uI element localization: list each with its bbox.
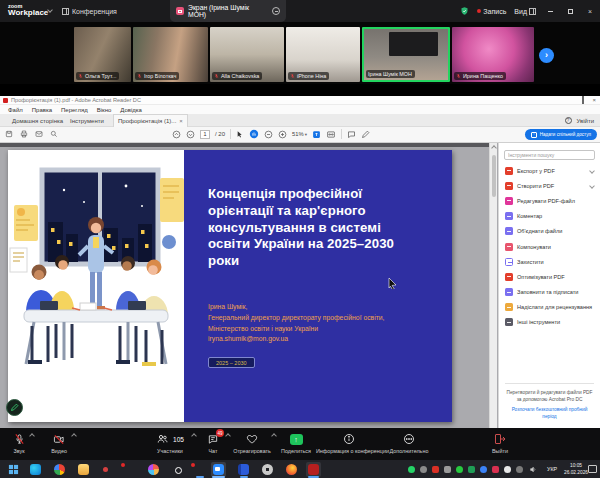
page-down-icon[interactable] <box>186 130 195 139</box>
email-icon[interactable] <box>35 130 43 138</box>
menu-edit[interactable]: Правка <box>32 107 52 113</box>
notification-center-icon[interactable] <box>588 465 597 473</box>
zoom-in-icon[interactable] <box>278 130 287 139</box>
menu-help[interactable]: Довідка <box>120 107 142 113</box>
settings-gear-icon[interactable] <box>262 464 273 475</box>
tray-youtube-icon[interactable] <box>432 466 439 473</box>
minimize-button[interactable] <box>544 8 556 15</box>
close-button[interactable]: × <box>584 8 596 15</box>
zoom-app-tile[interactable] <box>211 462 226 477</box>
page-up-icon[interactable] <box>172 130 181 139</box>
view-button[interactable]: Вид <box>514 8 536 15</box>
help-icon[interactable]: ? <box>565 117 572 124</box>
reactions-button[interactable]: Отреагировать <box>228 432 276 454</box>
tab-meeting[interactable]: Конференция <box>62 0 117 22</box>
menu-window[interactable]: Вікно <box>97 107 112 113</box>
tray-skype-icon[interactable] <box>516 466 523 473</box>
video-button[interactable]: Видео <box>42 432 76 454</box>
tool-fill-sign[interactable]: Заповнити та підписати <box>499 285 600 300</box>
tool-send-for-review[interactable]: Надіслати для рецензування <box>499 300 600 315</box>
search-icon[interactable] <box>50 130 58 138</box>
tool-protect[interactable]: Захистити <box>499 254 600 269</box>
zoom-level-select[interactable]: 51% ▾ <box>292 131 307 137</box>
acrobat-close-button[interactable]: × <box>592 97 596 103</box>
participant-tile[interactable]: Alla Chaikovska <box>210 27 284 82</box>
tab-home[interactable]: Домашня сторінка <box>8 114 67 127</box>
tray-whatsapp-icon[interactable] <box>408 466 415 473</box>
acrobat-app-tile[interactable] <box>306 462 321 477</box>
tool-combine-files[interactable]: Об'єднати файли <box>499 224 600 239</box>
edge-icon[interactable] <box>30 464 41 475</box>
zoom-out-icon[interactable] <box>264 130 273 139</box>
security-shield-icon[interactable] <box>460 6 469 16</box>
select-tool-icon[interactable] <box>236 130 244 139</box>
video-options-chevron[interactable] <box>71 433 77 439</box>
vertical-scrollbar[interactable] <box>489 143 497 428</box>
reactions-options-chevron[interactable] <box>271 433 277 439</box>
comment-icon[interactable] <box>347 130 356 139</box>
chevron-down-icon[interactable] <box>589 168 595 174</box>
tools-search-input[interactable] <box>504 150 595 160</box>
photos-icon[interactable] <box>148 464 159 475</box>
language-indicator[interactable]: УКР <box>547 466 557 472</box>
audio-options-chevron[interactable] <box>29 433 35 439</box>
participant-tile[interactable]: iPhone Ніна <box>286 27 360 82</box>
participants-button[interactable]: 105 Участники <box>144 432 196 454</box>
free-trial-link[interactable]: Розпочати безкоштовний пробний період <box>505 406 594 420</box>
tab-tools[interactable]: Інструменти <box>66 114 108 127</box>
acrobat-maximize-button[interactable] <box>582 97 584 103</box>
participant-tile[interactable]: Ігор Білоткач <box>133 27 208 82</box>
tab-screen-share[interactable]: Экран (Ірина Шумік МОН) <box>170 0 286 22</box>
next-participants-button[interactable]: › <box>539 48 554 63</box>
chat-button[interactable]: 49 Чат <box>196 432 230 454</box>
tool-more-tools[interactable]: Інші інструменти <box>499 315 600 330</box>
fit-width-icon[interactable] <box>326 130 336 139</box>
scroll-up-icon[interactable] <box>491 145 497 151</box>
share-screen-button[interactable]: ↑ Поделиться <box>278 432 314 454</box>
tool-create-pdf[interactable]: Створити PDF <box>499 178 600 193</box>
collapse-tab-icon[interactable] <box>272 7 280 15</box>
page-number-input[interactable]: 1 <box>200 130 210 139</box>
word-icon[interactable] <box>238 464 249 475</box>
participant-tile-active-speaker[interactable]: Ірина Шумік МОН <box>362 27 450 82</box>
leave-meeting-button[interactable]: Выйти <box>478 432 522 454</box>
save-icon[interactable] <box>5 130 13 138</box>
annotation-tools-button[interactable] <box>6 399 23 416</box>
audio-button[interactable]: Звук <box>4 432 34 454</box>
tool-organize-pages[interactable]: Компонувати <box>499 239 600 254</box>
tool-comment[interactable]: Коментар <box>499 209 600 224</box>
pencil-icon[interactable] <box>361 130 370 139</box>
file-explorer-icon[interactable] <box>78 464 89 475</box>
tray-cloud-icon[interactable] <box>480 466 487 473</box>
share-document-button[interactable]: ↑ Надати спільний доступ <box>525 129 597 140</box>
menu-file[interactable]: Файл <box>8 107 23 113</box>
meeting-info-button[interactable]: Информация о конференции <box>316 432 382 454</box>
maximize-button[interactable] <box>564 8 576 15</box>
tray-recording-icon[interactable] <box>456 466 463 473</box>
tray-mic-icon[interactable] <box>504 466 511 473</box>
pdf-page[interactable]: Концепція професійної орієнтації та кар'… <box>8 150 452 422</box>
tab-document[interactable]: Профорієнтація (1)... × <box>113 114 188 127</box>
tray-clock-icon[interactable] <box>420 466 427 473</box>
export-view-icon[interactable] <box>312 130 321 139</box>
tray-chat-icon[interactable] <box>444 466 451 473</box>
more-options-button[interactable]: Дополнительно <box>384 432 434 454</box>
tool-optimize-pdf[interactable]: Оптимізувати PDF <box>499 269 600 284</box>
start-button[interactable] <box>8 464 19 475</box>
sign-in-link[interactable]: Увійти <box>577 118 594 124</box>
scrollbar-thumb[interactable] <box>492 155 496 197</box>
taskbar-clock[interactable]: 10:05 26.02.2026 <box>564 463 588 477</box>
chrome-icon[interactable] <box>54 464 65 475</box>
hand-tool-icon[interactable] <box>249 129 259 139</box>
close-tab-icon[interactable]: × <box>179 118 183 124</box>
print-icon[interactable] <box>20 130 28 138</box>
menu-view[interactable]: Перегляд <box>61 107 88 113</box>
tray-antivirus-icon[interactable] <box>468 466 475 473</box>
tool-edit-pdf[interactable]: Редагувати PDF-файл <box>499 193 600 208</box>
tray-app-icon[interactable] <box>492 466 499 473</box>
firefox-icon[interactable] <box>286 464 297 475</box>
tool-export-pdf[interactable]: Експорт у PDF <box>499 163 600 178</box>
volume-icon[interactable] <box>529 466 537 473</box>
chevron-down-icon[interactable] <box>589 183 595 189</box>
participant-tile[interactable]: Ольга Трут... <box>74 27 131 82</box>
